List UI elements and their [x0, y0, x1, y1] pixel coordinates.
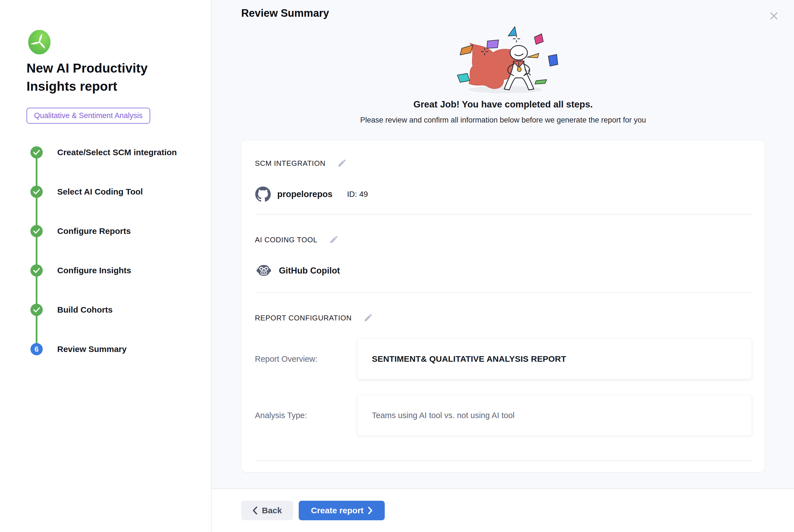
report-overview-value-card: SENTIMENT& QUALITATIVE ANALYSIS REPORT: [357, 339, 752, 379]
analysis-type-label: Analysis Type:: [255, 411, 357, 420]
scm-integration-id: ID: 49: [347, 190, 368, 199]
step-number-badge: 6: [31, 343, 43, 355]
wizard-footer: Back Create report: [212, 489, 794, 532]
step-label: Create/Select SCM integration: [57, 148, 177, 157]
ai-tool-name: GitHub Copilot: [279, 266, 340, 276]
step-check-icon: [31, 225, 43, 237]
report-overview-value: SENTIMENT& QUALITATIVE ANALYSIS REPORT: [372, 354, 566, 364]
step-check-icon: [31, 146, 43, 158]
summary-card: SCM INTEGRATION propelorepos ID: 49: [241, 140, 765, 472]
ai-tool-section-header: AI CODING TOOL: [255, 235, 752, 245]
step-label: Review Summary: [57, 344, 127, 354]
section-divider: [255, 214, 752, 215]
step-check-icon: [31, 264, 43, 277]
report-overview-row: Report Overview: SENTIMENT& QUALITATIVE …: [255, 339, 752, 379]
analysis-type-row: Analysis Type: Teams using AI tool vs. n…: [255, 395, 752, 436]
chevron-left-icon: [252, 506, 258, 515]
stepper-connector: [36, 152, 37, 350]
scm-integration-row: propelorepos ID: 49: [255, 186, 752, 202]
copilot-icon: [255, 263, 273, 279]
step-check-icon: [31, 186, 43, 198]
report-config-section-header: REPORT CONFIGURATION: [255, 313, 752, 323]
ai-tool-row: GitHub Copilot: [255, 263, 752, 279]
step-create-select-scm-integration[interactable]: Create/Select SCM integration: [31, 146, 177, 158]
step-configure-reports[interactable]: Configure Reports: [31, 225, 177, 237]
step-check-icon: [31, 304, 43, 316]
analysis-type-badge: Qualitative & Sentiment Analysis: [26, 108, 150, 124]
step-select-ai-coding-tool[interactable]: Select AI Coding Tool: [31, 186, 177, 198]
step-label: Configure Reports: [57, 226, 131, 236]
step-label: Select AI Coding Tool: [57, 187, 143, 196]
success-hero: Great Job! You have completed all steps.…: [241, 20, 765, 125]
step-label: Build Cohorts: [57, 305, 113, 315]
section-divider: [255, 460, 752, 461]
page-title: Review Summary: [241, 7, 765, 19]
scm-integration-name: propelorepos: [277, 189, 333, 199]
scm-section-label: SCM INTEGRATION: [255, 159, 325, 168]
step-number: 6: [35, 345, 39, 354]
edit-report-config-icon[interactable]: [363, 313, 373, 323]
back-button-label: Back: [262, 506, 282, 515]
report-overview-label: Report Overview:: [255, 355, 357, 364]
close-icon[interactable]: [768, 11, 779, 22]
scm-section-header: SCM INTEGRATION: [255, 158, 752, 168]
github-icon: [255, 186, 271, 202]
step-build-cohorts[interactable]: Build Cohorts: [31, 304, 177, 316]
propeller-logo-icon: [28, 30, 51, 56]
success-heading: Great Job! You have completed all steps.: [241, 99, 765, 110]
create-report-button-label: Create report: [311, 506, 363, 515]
wizard-stepper: Create/Select SCM integration Select AI …: [31, 146, 177, 382]
analysis-type-value-card: Teams using AI tool vs. not using AI too…: [357, 395, 752, 436]
report-config-section-label: REPORT CONFIGURATION: [255, 314, 352, 322]
review-summary-panel: Review Summary: [212, 0, 794, 532]
step-configure-insights[interactable]: Configure Insights: [31, 264, 177, 277]
panel-content: Review Summary: [212, 0, 794, 489]
back-button[interactable]: Back: [241, 501, 293, 520]
app-window: New AI Productivity Insights report Qual…: [0, 0, 794, 532]
edit-ai-tool-icon[interactable]: [329, 235, 339, 245]
success-subheading: Please review and confirm all informatio…: [241, 116, 765, 125]
step-review-summary[interactable]: 6 Review Summary: [31, 343, 177, 355]
edit-scm-icon[interactable]: [337, 158, 347, 168]
step-label: Configure Insights: [57, 266, 131, 275]
ai-tool-section-label: AI CODING TOOL: [255, 235, 318, 244]
wizard-sidebar: New AI Productivity Insights report Qual…: [0, 0, 212, 532]
chevron-right-icon: [368, 507, 373, 514]
create-report-button[interactable]: Create report: [299, 501, 385, 520]
wizard-title: New AI Productivity Insights report: [26, 59, 183, 96]
celebration-illustration: [442, 20, 565, 95]
section-divider: [255, 292, 752, 293]
analysis-type-value: Teams using AI tool vs. not using AI too…: [372, 411, 514, 420]
